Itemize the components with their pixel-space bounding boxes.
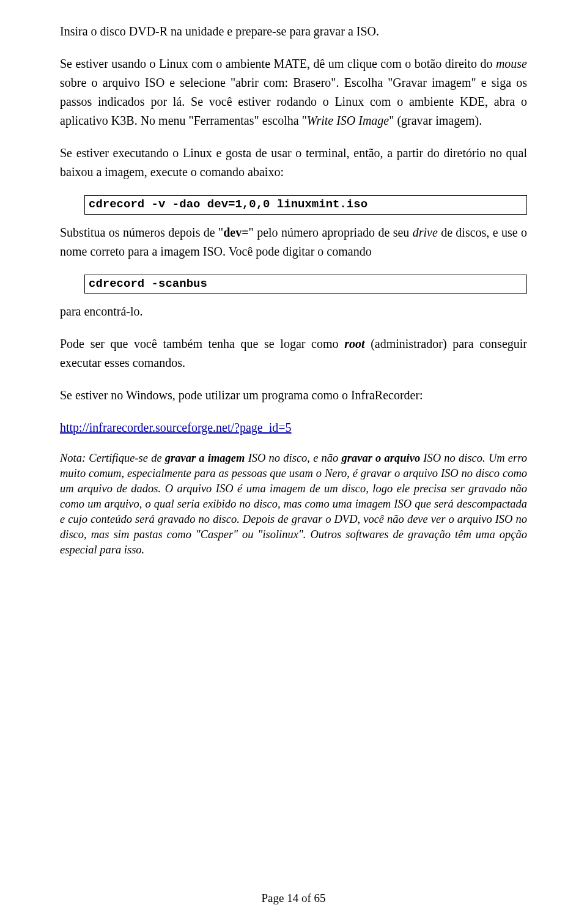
bold-root: root <box>344 337 364 350</box>
paragraph-mate-kde: Se estiver usando o Linux com o ambiente… <box>60 54 527 130</box>
bold-gravar-arquivo: gravar o arquivo <box>342 452 421 464</box>
text: " pelo número apropriado de seu <box>249 226 413 239</box>
code-cdrecord-scanbus: cdrecord -scanbus <box>84 275 527 294</box>
page-footer: Page 14 of 65 <box>0 889 587 907</box>
document-page: Insira o disco DVD-R na unidade e prepar… <box>0 0 587 924</box>
text: Nota: Certifique-se de <box>60 452 165 464</box>
bold-gravar-imagem: gravar a imagem <box>165 452 245 464</box>
link-paragraph: http://infrarecorder.sourceforge.net/?pa… <box>60 418 527 437</box>
text: ISO no disco. Um erro muito comum, espec… <box>60 452 527 556</box>
text: Substitua os números depois de " <box>60 226 223 239</box>
paragraph-windows: Se estiver no Windows, pode utilizar um … <box>60 386 527 405</box>
italic-write-iso: Write ISO Image <box>307 114 389 127</box>
paragraph-find: para encontrá-lo. <box>60 302 527 321</box>
text: " (gravar imagem). <box>389 114 482 127</box>
paragraph-root: Pode ser que você também tenha que se lo… <box>60 334 527 372</box>
note-paragraph: Nota: Certifique-se de gravar a imagem I… <box>60 451 527 558</box>
italic-mouse: mouse <box>496 57 527 70</box>
text: Pode ser que você também tenha que se lo… <box>60 337 344 350</box>
code-cdrecord-burn: cdrecord -v -dao dev=1,0,0 linuxmint.iso <box>84 195 527 215</box>
text: ISO no disco, e não <box>245 452 341 464</box>
paragraph-terminal: Se estiver executando o Linux e gosta de… <box>60 144 527 182</box>
text: Se estiver usando o Linux com o ambiente… <box>60 57 496 70</box>
infrarecorder-link[interactable]: http://infrarecorder.sourceforge.net/?pa… <box>60 421 292 434</box>
bold-dev: dev= <box>223 226 248 239</box>
italic-drive: drive <box>413 226 438 239</box>
paragraph-intro: Insira o disco DVD-R na unidade e prepar… <box>60 22 527 41</box>
paragraph-dev-note: Substitua os números depois de "dev=" pe… <box>60 223 527 261</box>
